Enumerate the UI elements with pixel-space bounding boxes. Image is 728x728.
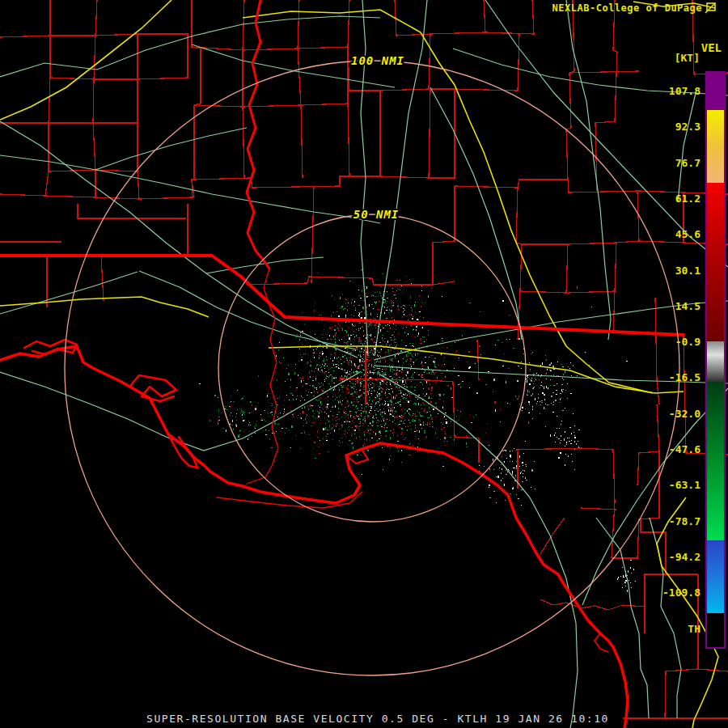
colorbar-tick-label: 14.5 (675, 301, 700, 312)
roads-highway (0, 0, 718, 728)
velocity-data-layer (199, 269, 636, 592)
colorbar (705, 71, 726, 649)
range-ring-labels: 100 NMI 50 NMI (351, 54, 404, 221)
colorbar-tick-label: -0.9 (675, 336, 700, 348)
product-label: VEL (701, 41, 722, 54)
colorbar-tick-label: -63.1 (669, 480, 700, 491)
attribution-text: NEXLAB-College of DuPage (552, 2, 702, 14)
colorbar-segment (707, 613, 724, 647)
radar-map: 100 NMI 50 NMI (0, 0, 728, 728)
attribution: NEXLAB-College of DuPage (552, 2, 717, 14)
range-ring-100nmi (65, 61, 679, 675)
cod-logo-icon (705, 2, 717, 14)
colorbar-tick-label: -16.5 (669, 372, 700, 383)
colorbar-tick-label: -32.0 (669, 408, 700, 420)
coastline (0, 346, 628, 728)
ring-label-50nmi: 50 NMI (353, 208, 400, 221)
colorbar-tick-label: 61.2 (675, 193, 700, 205)
river-apalachicola (247, 0, 269, 269)
colorbar-tick-label: TH (688, 624, 700, 635)
radar-display: 100 NMI 50 NMI NEXLAB-College of DuPage … (0, 0, 728, 728)
ring-label-100nmi: 100 NMI (351, 54, 404, 67)
colorbar-tick-label: -47.6 (669, 444, 700, 455)
ochlockonee-bay (346, 451, 368, 463)
colorbar-tick-label: 45.6 (675, 229, 700, 240)
colorbar-segment (707, 341, 724, 382)
colorbar-tick-label: 76.7 (675, 158, 700, 169)
colorbar-tick-label: 30.1 (675, 265, 700, 277)
colorbar-tick-label: 107.8 (669, 86, 700, 97)
product-title: SUPER-RESOLUTION BASE VELOCITY 0.5 DEG -… (146, 713, 609, 725)
bay-st-andrew (129, 375, 176, 401)
colorbar-tick-label: 92.3 (675, 121, 700, 133)
colorbar-tick-label: -109.8 (662, 587, 700, 599)
colorbar-tick-label: -94.2 (669, 552, 700, 563)
colorbar-segment (707, 73, 724, 110)
units-label: [KT] (675, 52, 700, 64)
colorbar-segment (707, 540, 724, 613)
river-lower (247, 269, 278, 484)
colorbar-segment (707, 110, 724, 183)
colorbar-segment (707, 382, 724, 540)
colorbar-tick-label: -78.7 (669, 516, 700, 527)
range-rings (65, 61, 679, 675)
roads-secondary (0, 0, 728, 728)
colorbar-segment (707, 183, 724, 341)
